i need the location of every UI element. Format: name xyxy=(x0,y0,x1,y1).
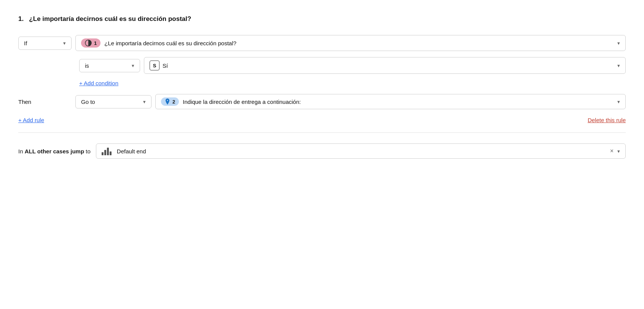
question2-text: Indique la dirección de entrega a contin… xyxy=(183,99,617,105)
condition-row: is ▾ S Sí ▾ xyxy=(79,57,626,74)
condition-value-chevron: ▾ xyxy=(617,63,620,68)
condition-value-text: Sí xyxy=(163,62,617,69)
question1-chevron: ▾ xyxy=(617,40,620,46)
default-end-text: Default end xyxy=(117,148,610,154)
question2-chevron: ▾ xyxy=(617,99,620,105)
condition-operator-chevron: ▾ xyxy=(132,63,134,68)
pin-icon xyxy=(165,99,170,105)
question1-badge: 1 xyxy=(81,38,100,48)
then-label: Then xyxy=(18,99,72,105)
question2-badge-number: 2 xyxy=(172,99,175,105)
condition-value-select[interactable]: S Sí ▾ xyxy=(144,57,626,74)
s-badge: S xyxy=(150,61,159,70)
goto-label: Go to xyxy=(81,99,95,105)
action-row: + Add rule Delete this rule xyxy=(18,117,626,123)
default-end-select[interactable]: Default end × ▾ xyxy=(96,143,626,159)
goto-chevron: ▾ xyxy=(143,99,146,105)
then-row: Then Go to ▾ 2 Indique la dirección de e… xyxy=(18,94,626,109)
if-chevron: ▾ xyxy=(63,40,66,46)
rule-block: If ▾ 1 ¿Le importaría decirnos cuál es s… xyxy=(18,35,626,123)
question1-badge-number: 1 xyxy=(94,40,97,46)
if-label: If xyxy=(24,40,27,46)
default-chevron[interactable]: ▾ xyxy=(617,148,620,154)
condition-operator-label: is xyxy=(85,62,89,69)
default-section: In ALL other cases jump to Default end ×… xyxy=(18,143,626,159)
default-select-controls: × ▾ xyxy=(610,148,620,154)
question2-select[interactable]: 2 Indique la dirección de entrega a cont… xyxy=(155,94,626,109)
add-rule-link[interactable]: + Add rule xyxy=(18,117,44,123)
if-row: If ▾ 1 ¿Le importaría decirnos cuál es s… xyxy=(18,35,626,51)
question2-badge: 2 xyxy=(161,97,179,106)
default-section-label: In ALL other cases jump to xyxy=(18,148,91,154)
if-select[interactable]: If ▾ xyxy=(18,37,72,50)
section-divider xyxy=(18,132,626,133)
question1-select[interactable]: 1 ¿Le importaría decirnos cuál es su dir… xyxy=(75,35,626,51)
bar-chart-icon xyxy=(102,147,112,155)
add-condition-link[interactable]: + Add condition xyxy=(79,80,626,86)
condition-operator-select[interactable]: is ▾ xyxy=(79,59,140,72)
default-clear-button[interactable]: × xyxy=(610,148,614,154)
goto-select[interactable]: Go to ▾ xyxy=(75,95,151,108)
question1-text: ¿Le importaría decirnos cuál es su direc… xyxy=(104,40,617,46)
delete-rule-link[interactable]: Delete this rule xyxy=(588,117,626,123)
page-title: 1. ¿Le importaría decirnos cuál es su di… xyxy=(18,15,626,23)
half-circle-icon xyxy=(85,40,92,46)
